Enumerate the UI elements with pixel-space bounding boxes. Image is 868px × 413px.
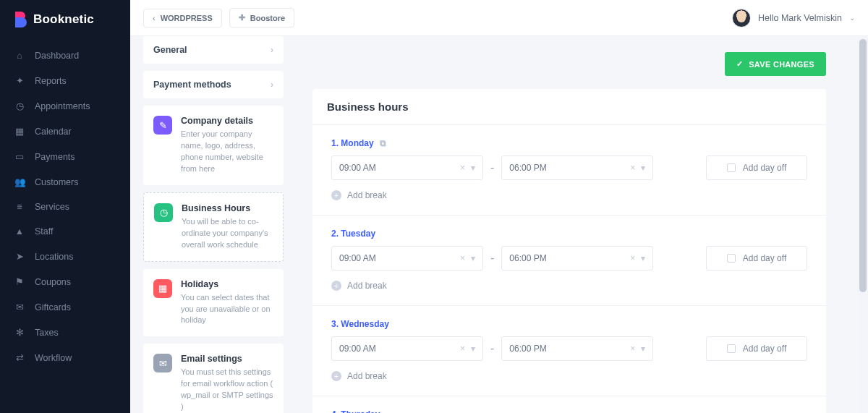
- sidebar-item-label: Dashboard: [35, 51, 79, 61]
- sidebar-item-customers[interactable]: 👥Customers: [0, 169, 130, 195]
- plus-icon: +: [331, 190, 341, 200]
- chevron-down-icon[interactable]: ▾: [471, 253, 475, 263]
- start-time-select[interactable]: 09:00 AM×▾: [331, 336, 483, 361]
- sidebar-item-label: Staff: [35, 226, 53, 237]
- chevron-down-icon[interactable]: ▾: [641, 253, 645, 263]
- add-break-button[interactable]: +Add break: [331, 281, 807, 291]
- start-time-select[interactable]: 09:00 AM×▾: [331, 246, 483, 271]
- day-off-toggle[interactable]: Add day off: [706, 156, 807, 180]
- reports-icon: ✦: [14, 75, 25, 86]
- sidebar-item-giftcards[interactable]: ✉Giftcards: [0, 294, 130, 320]
- chevron-left-icon: ‹: [153, 14, 156, 22]
- end-time-select[interactable]: 06:00 PM×▾: [501, 336, 653, 361]
- sidebar-item-locations[interactable]: ➤Locations: [0, 244, 130, 269]
- clear-icon[interactable]: ×: [460, 253, 465, 263]
- coupons-icon: ⚑: [14, 276, 25, 287]
- scrollbar-thumb[interactable]: [859, 39, 867, 292]
- end-time-value: 06:00 PM: [509, 253, 546, 263]
- sidebar-item-staff[interactable]: ▲Staff: [0, 219, 130, 244]
- end-time-value: 06:00 PM: [509, 163, 546, 173]
- breadcrumb-wordpress-label: WORDPRESS: [161, 14, 213, 22]
- sidebar-nav: ⌂Dashboard✦Reports◷Appointments▦Calendar…: [0, 41, 130, 370]
- sidebar-item-label: Services: [35, 202, 69, 212]
- brand-name: Booknetic: [33, 12, 94, 27]
- business-hours-panel: Business hours 1. Monday⧉09:00 AM×▾-06:0…: [312, 89, 826, 413]
- clear-icon[interactable]: ×: [630, 163, 635, 173]
- sidebar-item-label: Payments: [35, 152, 75, 162]
- sidebar-item-appointments[interactable]: ◷Appointments: [0, 93, 130, 119]
- chevron-down-icon[interactable]: ▾: [641, 344, 645, 354]
- save-changes-button[interactable]: ✓ SAVE CHANGES: [725, 52, 826, 76]
- brand: Booknetic: [0, 0, 130, 41]
- chevron-down-icon[interactable]: ▾: [641, 163, 645, 173]
- breadcrumb-boostore[interactable]: ✚ Boostore: [229, 8, 294, 27]
- giftcards-icon: ✉: [14, 302, 25, 312]
- end-time-select[interactable]: 06:00 PM×▾: [501, 246, 653, 271]
- settings-card-email[interactable]: ✉Email settingsYou must set this setting…: [143, 344, 284, 413]
- day-wednesday: 3. Wednesday09:00 AM×▾-06:00 PM×▾Add day…: [312, 305, 826, 396]
- sidebar-item-label: Customers: [35, 177, 78, 187]
- plus-icon: +: [331, 281, 341, 291]
- sidebar-item-payments[interactable]: ▭Payments: [0, 144, 130, 169]
- chevron-down-icon[interactable]: ▾: [471, 163, 475, 173]
- panel-title: Business hours: [312, 89, 826, 124]
- settings-card-hours[interactable]: ◷Business HoursYou will be able to co-or…: [143, 192, 284, 262]
- clear-icon[interactable]: ×: [460, 163, 465, 173]
- settings-card-desc: Enter your company name, logo, address, …: [181, 129, 273, 175]
- sidebar-item-label: Calendar: [35, 127, 72, 137]
- clear-icon[interactable]: ×: [630, 253, 635, 263]
- sidebar-item-dashboard[interactable]: ⌂Dashboard: [0, 43, 130, 68]
- sidebar-item-services[interactable]: ≡Services: [0, 195, 130, 219]
- settings-card-title: Holidays: [181, 279, 273, 289]
- clear-icon[interactable]: ×: [460, 344, 465, 354]
- hours-icon: ◷: [154, 203, 173, 222]
- day-off-label: Add day off: [743, 344, 787, 354]
- workflow-icon: ⇄: [14, 352, 25, 363]
- sidebar-item-coupons[interactable]: ⚑Coupons: [0, 269, 130, 294]
- sidebar-item-workflow[interactable]: ⇄Workflow: [0, 345, 130, 370]
- holidays-icon: ▦: [153, 279, 172, 298]
- checkbox[interactable]: [727, 344, 736, 353]
- day-off-toggle[interactable]: Add day off: [706, 336, 807, 361]
- breadcrumb-wordpress[interactable]: ‹ WORDPRESS: [143, 9, 222, 27]
- user-greeting: Hello Mark Velmiskin: [758, 13, 842, 23]
- settings-item-payment-methods[interactable]: Payment methods ›: [143, 71, 284, 98]
- user-menu[interactable]: Hello Mark Velmiskin ⌄: [732, 9, 855, 27]
- taxes-icon: ✻: [14, 327, 25, 338]
- sidebar-item-calendar[interactable]: ▦Calendar: [0, 119, 130, 144]
- day-label: 3. Wednesday: [331, 319, 807, 329]
- add-break-button[interactable]: +Add break: [331, 190, 807, 200]
- end-time-select[interactable]: 06:00 PM×▾: [501, 156, 653, 180]
- main-panel-area: ✓ SAVE CHANGES Business hours 1. Monday⧉…: [297, 36, 855, 413]
- add-break-button[interactable]: +Add break: [331, 371, 807, 381]
- add-break-label: Add break: [347, 190, 387, 200]
- copy-icon[interactable]: ⧉: [380, 138, 386, 148]
- sidebar-item-label: Giftcards: [35, 302, 71, 312]
- day-tuesday: 2. Tuesday09:00 AM×▾-06:00 PM×▾Add day o…: [312, 215, 826, 305]
- staff-icon: ▲: [14, 226, 25, 237]
- settings-card-company[interactable]: ✎Company detailsEnter your company name,…: [143, 106, 284, 185]
- day-off-toggle[interactable]: Add day off: [706, 246, 807, 271]
- start-time-select[interactable]: 09:00 AM×▾: [331, 156, 483, 180]
- settings-column: General › Payment methods › ✎Company det…: [130, 36, 284, 413]
- customers-icon: 👥: [14, 176, 25, 187]
- range-dash: -: [490, 252, 494, 265]
- email-icon: ✉: [153, 354, 172, 372]
- calendar-icon: ▦: [14, 126, 25, 137]
- chevron-down-icon[interactable]: ▾: [471, 344, 475, 354]
- plugin-icon: ✚: [239, 13, 245, 22]
- settings-item-general[interactable]: General ›: [143, 36, 284, 64]
- checkbox[interactable]: [727, 254, 736, 263]
- sidebar-item-reports[interactable]: ✦Reports: [0, 68, 130, 93]
- chevron-down-icon: ⌄: [849, 14, 855, 22]
- day-off-label: Add day off: [743, 253, 787, 263]
- sidebar-item-label: Locations: [35, 252, 74, 262]
- clear-icon[interactable]: ×: [630, 344, 635, 354]
- checkbox[interactable]: [727, 163, 736, 172]
- settings-item-label: Payment methods: [153, 80, 231, 90]
- settings-card-holidays[interactable]: ▦HolidaysYou can select dates that you a…: [143, 269, 284, 337]
- sidebar-item-taxes[interactable]: ✻Taxes: [0, 320, 130, 345]
- scrollbar[interactable]: [858, 36, 868, 413]
- sidebar-item-label: Appointments: [35, 101, 90, 111]
- day-label: 4. Thursday: [331, 409, 807, 413]
